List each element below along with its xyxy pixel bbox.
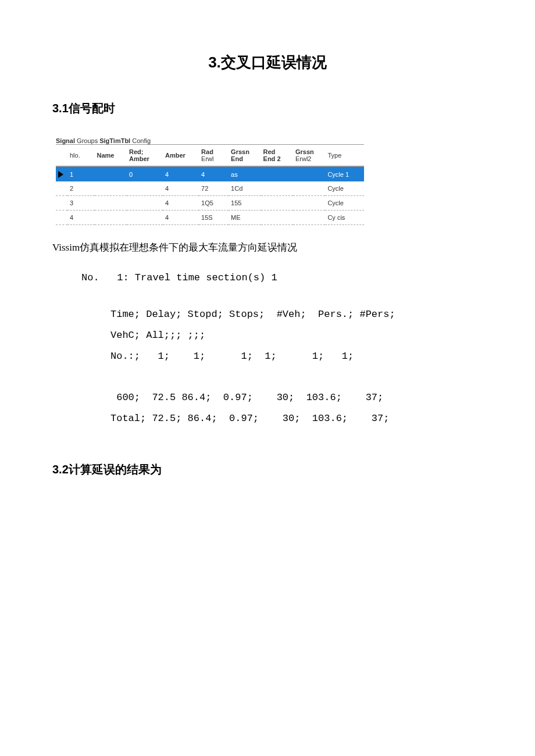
cell-name xyxy=(95,166,127,181)
page-title: 3.交叉口延误情况 xyxy=(52,52,483,73)
signal-groups-table-title: Signal Groups SigTimTbl Config xyxy=(56,137,364,144)
vissim-description: Vissim仿真模拟在理想条件下的最大车流量方向延误情况 xyxy=(52,239,483,257)
cell-grssn: as xyxy=(229,166,261,181)
travel-time-header-line: No. 1: Travel time section(s) 1 xyxy=(81,268,483,288)
title-part-config: Config xyxy=(130,137,151,144)
col-hlo: hlo. xyxy=(67,145,95,167)
cell-type: Cycle xyxy=(325,181,364,196)
cell-amber: 4 xyxy=(163,181,199,196)
table-row[interactable]: 3 4 1Q5 155 Cycle xyxy=(56,196,364,211)
play-icon xyxy=(58,171,63,178)
cell-red-amber xyxy=(127,211,163,225)
cell-name xyxy=(95,211,127,225)
cell-grssn2 xyxy=(293,166,325,181)
cell-name xyxy=(95,196,127,211)
col-red-amber: Red;Amber xyxy=(127,145,163,167)
section-heading-calc-delay: 3.2计算延误的结果为 xyxy=(52,462,483,477)
cell-amber: 4 xyxy=(163,196,199,211)
table-row[interactable]: 1 0 4 4 as Cycle 1 xyxy=(56,166,364,181)
cell-n: 3 xyxy=(67,196,95,211)
col-rad: RadErwl xyxy=(199,145,229,167)
signal-groups-table: hlo. Name Red;Amber Amber RadErwl GrssnE… xyxy=(56,144,364,225)
cell-rad: 72 xyxy=(199,181,229,196)
row-marker xyxy=(56,181,67,196)
col-grssn-end: GrssnEnd xyxy=(229,145,261,167)
cell-grssn2 xyxy=(293,181,325,196)
cell-amber: 4 xyxy=(163,211,199,225)
cell-type: Cycle xyxy=(325,196,364,211)
cell-red2 xyxy=(261,181,293,196)
cell-grssn2 xyxy=(293,211,325,225)
table-row[interactable]: 4 4 15S ME Cy cis xyxy=(56,211,364,225)
row-marker xyxy=(56,196,67,211)
cell-red-amber: 0 xyxy=(127,166,163,181)
col-name: Name xyxy=(95,145,127,167)
cell-rad: 15S xyxy=(199,211,229,225)
row-marker xyxy=(56,166,67,181)
cell-n: 2 xyxy=(67,181,95,196)
cell-red-amber xyxy=(127,181,163,196)
col-marker xyxy=(56,145,67,167)
table-header-row: hlo. Name Red;Amber Amber RadErwl GrssnE… xyxy=(56,145,364,167)
col-grssn2: GrssnErwl2 xyxy=(293,145,325,167)
cell-name xyxy=(95,181,127,196)
cell-rad: 1Q5 xyxy=(199,196,229,211)
title-part-groups: Groups xyxy=(75,137,99,144)
title-part-sigtimtbl: SigTimTbl xyxy=(99,137,130,144)
col-amber: Amber xyxy=(163,145,199,167)
travel-time-data-block: Time; Delay; Stopd; Stops; #Veh; Pers.; … xyxy=(110,304,483,429)
col-type: Type xyxy=(325,145,364,167)
section-heading-signal-timing: 3.1信号配时 xyxy=(52,101,483,116)
title-part-signal: Signal xyxy=(56,137,75,144)
cell-red-amber xyxy=(127,196,163,211)
cell-grssn: ME xyxy=(229,211,261,225)
cell-grssn2 xyxy=(293,196,325,211)
cell-type: Cycle 1 xyxy=(325,166,364,181)
cell-grssn: 155 xyxy=(229,196,261,211)
cell-rad: 4 xyxy=(199,166,229,181)
cell-amber: 4 xyxy=(163,166,199,181)
cell-red2 xyxy=(261,166,293,181)
cell-type: Cy cis xyxy=(325,211,364,225)
cell-red2 xyxy=(261,196,293,211)
row-marker xyxy=(56,211,67,225)
cell-n: 1 xyxy=(67,166,95,181)
cell-n: 4 xyxy=(67,211,95,225)
signal-groups-table-wrap: Signal Groups SigTimTbl Config hlo. Name… xyxy=(56,137,364,225)
cell-grssn: 1Cd xyxy=(229,181,261,196)
col-red-end2: RedEnd 2 xyxy=(261,145,293,167)
table-row[interactable]: 2 4 72 1Cd Cycle xyxy=(56,181,364,196)
cell-red2 xyxy=(261,211,293,225)
